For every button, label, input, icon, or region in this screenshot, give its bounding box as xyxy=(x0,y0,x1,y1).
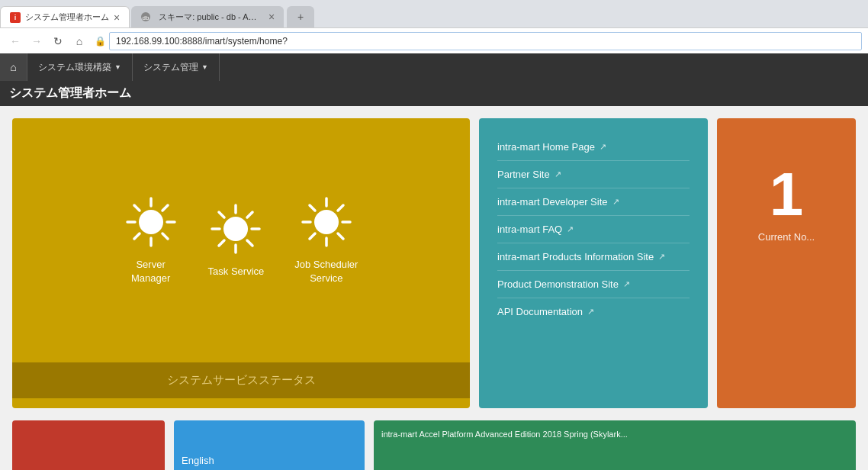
nav-item-system-env-label: システム環境構築 xyxy=(38,61,111,74)
link-faq-label: intra-mart FAQ xyxy=(497,224,562,235)
svg-point-28 xyxy=(314,210,339,234)
teal-links-card: intra-mart Home Page ↗ Partner Site ↗ in… xyxy=(479,118,708,408)
home-button[interactable]: ⌂ xyxy=(70,32,88,50)
address-bar: ← → ↻ ⌂ 🔒 xyxy=(0,27,868,53)
link-intramart-home[interactable]: intra-mart Home Page ↗ xyxy=(497,134,690,161)
nav-item-system-env-arrow: ▼ xyxy=(114,63,121,71)
link-developer-site-label: intra-mart Developer Site xyxy=(497,196,608,208)
ext-link-icon-2: ↗ xyxy=(612,197,619,207)
tab-2[interactable]: db スキーマ: public - db - Adm... × xyxy=(131,6,284,27)
svg-line-18 xyxy=(219,240,224,246)
link-partner-site[interactable]: Partner Site ↗ xyxy=(497,161,690,188)
svg-line-8 xyxy=(162,205,168,211)
link-faq[interactable]: intra-mart FAQ ↗ xyxy=(497,216,690,243)
svg-line-16 xyxy=(247,240,252,246)
tab2-close[interactable]: × xyxy=(268,11,275,23)
ext-link-icon-1: ↗ xyxy=(555,169,561,179)
ext-link-icon-6: ↗ xyxy=(587,307,594,317)
page-title: システム管理者ホーム xyxy=(9,86,131,99)
home-nav-button[interactable]: ⌂ xyxy=(0,53,27,81)
app-navigation: ⌂ システム環境構築 ▼ システム管理 ▼ xyxy=(0,53,868,81)
ext-link-icon-4: ↗ xyxy=(658,252,665,262)
service-server-manager[interactable]: Server Manager xyxy=(124,195,178,285)
svg-line-7 xyxy=(162,233,168,239)
svg-point-10 xyxy=(139,210,163,234)
blue-card: English xyxy=(174,420,365,470)
bottom-row: English intra-mart Accel Platform Advanc… xyxy=(0,420,868,470)
link-api-docs-label: API Documentation xyxy=(497,306,583,317)
link-partner-site-label: Partner Site xyxy=(497,169,550,180)
task-service-icon xyxy=(209,202,262,256)
svg-line-25 xyxy=(338,233,343,239)
ext-link-icon-0: ↗ xyxy=(600,142,606,152)
ext-link-icon-5: ↗ xyxy=(623,279,630,289)
link-product-demo-label: Product Demonstration Site xyxy=(497,278,619,290)
orange-card: 1 Current No... xyxy=(717,118,856,408)
svg-line-17 xyxy=(247,212,252,217)
address-input[interactable] xyxy=(109,32,862,50)
forward-button[interactable]: → xyxy=(27,32,46,50)
yellow-footer-label: システムサービスステータス xyxy=(167,373,316,386)
nav-item-system-admin[interactable]: システム管理 ▼ xyxy=(133,53,220,81)
tab-bar: i システム管理者ホーム × db スキーマ: public - db - Ad… xyxy=(0,0,868,27)
link-api-docs[interactable]: API Documentation ↗ xyxy=(497,298,690,325)
tab1-icon-red: i xyxy=(10,12,21,23)
yellow-card-body: Server Manager xyxy=(12,118,470,362)
svg-line-6 xyxy=(134,205,140,211)
back-button[interactable]: ← xyxy=(6,32,24,50)
svg-line-27 xyxy=(310,233,315,239)
svg-line-9 xyxy=(134,233,140,239)
tab1-icon: i xyxy=(10,12,21,23)
nav-item-system-admin-arrow: ▼ xyxy=(201,63,208,71)
nav-item-system-admin-label: システム管理 xyxy=(143,61,198,74)
main-content: Server Manager xyxy=(0,106,868,420)
nav-item-system-env[interactable]: システム環境構築 ▼ xyxy=(27,53,133,81)
svg-line-24 xyxy=(310,205,315,211)
task-service-label: Task Service xyxy=(208,265,265,278)
english-label: English xyxy=(182,455,214,466)
orange-number: 1 xyxy=(770,164,804,225)
link-intramart-home-label: intra-mart Home Page xyxy=(497,141,595,153)
new-tab-button[interactable]: + xyxy=(287,6,314,27)
orange-label: Current No... xyxy=(758,231,815,243)
red-card xyxy=(12,420,165,470)
green-dark-card: intra-mart Accel Platform Advanced Editi… xyxy=(374,420,856,470)
tab-1[interactable]: i システム管理者ホーム × xyxy=(0,6,130,27)
job-scheduler-icon xyxy=(300,195,353,249)
page-title-bar: システム管理者ホーム xyxy=(0,81,868,106)
svg-line-26 xyxy=(338,205,343,211)
service-task-service[interactable]: Task Service xyxy=(208,202,265,278)
server-manager-label: Server Manager xyxy=(131,258,170,285)
ext-link-icon-3: ↗ xyxy=(567,224,574,234)
server-manager-icon xyxy=(124,195,178,249)
link-product-demo[interactable]: Product Demonstration Site ↗ xyxy=(497,271,690,298)
link-products-info-label: intra-mart Products Information Site xyxy=(497,251,654,262)
svg-point-19 xyxy=(223,217,248,241)
yellow-card-footer: システムサービスステータス xyxy=(12,362,470,398)
tab1-close[interactable]: × xyxy=(114,11,120,24)
svg-text:db: db xyxy=(143,14,149,21)
reload-button[interactable]: ↻ xyxy=(49,32,67,50)
svg-line-15 xyxy=(219,212,224,217)
link-developer-site[interactable]: intra-mart Developer Site ↗ xyxy=(497,188,690,216)
lock-icon: 🔒 xyxy=(95,36,106,47)
service-job-scheduler[interactable]: Job Scheduler Service xyxy=(294,195,358,285)
link-products-info[interactable]: intra-mart Products Information Site ↗ xyxy=(497,243,690,271)
green-dark-text: intra-mart Accel Platform Advanced Editi… xyxy=(381,430,628,439)
job-scheduler-label: Job Scheduler Service xyxy=(294,258,358,285)
tab2-label: スキーマ: public - db - Adm... xyxy=(159,11,261,23)
browser-window: i システム管理者ホーム × db スキーマ: public - db - Ad… xyxy=(0,0,868,53)
tab1-label: システム管理者ホーム xyxy=(25,11,109,23)
nav-buttons: ← → ↻ ⌂ xyxy=(6,32,88,50)
yellow-service-card: Server Manager xyxy=(12,118,470,408)
tab2-icon: db xyxy=(140,11,151,22)
